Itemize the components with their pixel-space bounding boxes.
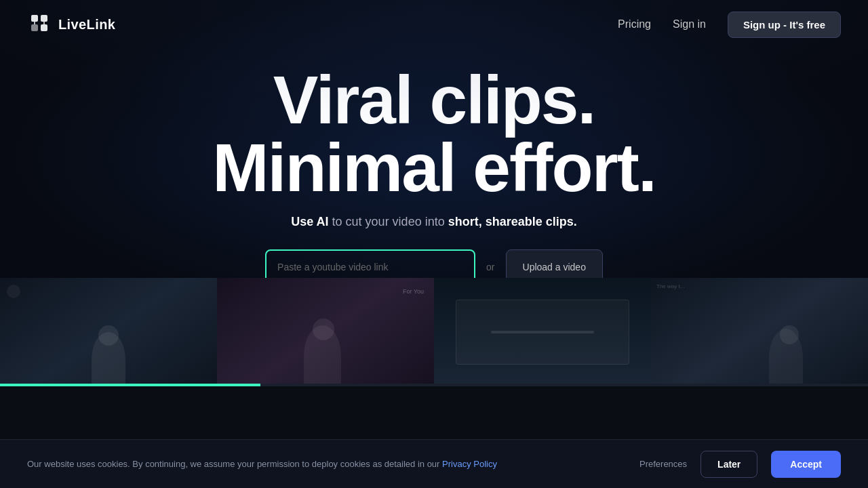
progress-fill — [0, 384, 260, 386]
signup-button[interactable]: Sign up - It's free — [728, 12, 841, 38]
hero-section: Viral clips. Minimal effort. Use AI to c… — [0, 0, 868, 386]
nav-right: Pricing Sign in Sign up - It's free — [618, 12, 841, 38]
privacy-policy-link[interactable]: Privacy Policy — [442, 459, 497, 469]
logo[interactable]: LiveLink — [27, 12, 115, 37]
nav-pricing[interactable]: Pricing — [618, 18, 651, 30]
navbar: LiveLink Pricing Sign in Sign up - It's … — [0, 0, 868, 49]
or-label: or — [486, 262, 494, 272]
video-thumb-1 — [0, 278, 217, 386]
preferences-button[interactable]: Preferences — [639, 459, 687, 469]
video-strip: For You The way t... — [0, 278, 868, 386]
subtitle-suffix: short, shareable clips. — [448, 215, 577, 228]
progress-bar — [0, 384, 868, 386]
hero-title-line1: Viral clips. — [273, 62, 595, 138]
svg-rect-3 — [41, 24, 47, 31]
accept-button[interactable]: Accept — [771, 451, 841, 478]
video-thumb-2: For You — [217, 278, 434, 386]
svg-rect-2 — [31, 24, 38, 31]
hero-title: Viral clips. Minimal effort. — [212, 66, 655, 201]
cookie-banner: Our website uses cookies. By continuing,… — [0, 439, 868, 488]
video-thumb-4: The way t... — [651, 278, 868, 386]
logo-text: LiveLink — [58, 17, 115, 33]
cookie-message: Our website uses cookies. By continuing,… — [27, 459, 626, 469]
later-button[interactable]: Later — [701, 451, 757, 478]
nav-signin[interactable]: Sign in — [673, 18, 706, 30]
subtitle-middle: to cut your video into — [332, 215, 445, 228]
hero-title-line2: Minimal effort. — [212, 129, 655, 205]
logo-icon — [27, 12, 52, 37]
hero-subtitle: Use AI to cut your video into short, sha… — [291, 215, 577, 229]
svg-rect-1 — [41, 15, 47, 22]
subtitle-prefix: Use AI — [291, 215, 328, 228]
svg-rect-0 — [31, 15, 38, 22]
video-thumb-3 — [434, 278, 651, 386]
